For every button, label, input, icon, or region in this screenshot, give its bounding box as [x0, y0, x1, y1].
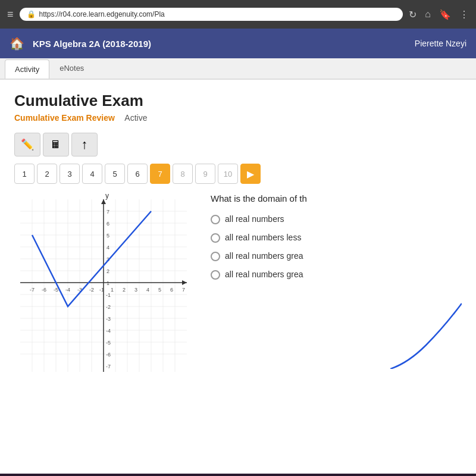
- svg-text:2: 2: [107, 268, 109, 274]
- reload-icon[interactable]: ↻: [409, 9, 416, 20]
- next-question-button[interactable]: ▶: [240, 164, 261, 184]
- svg-text:7: 7: [107, 209, 109, 215]
- svg-text:-1: -1: [99, 287, 104, 293]
- question-btn-1[interactable]: 1: [14, 164, 35, 184]
- toolbar: ✏️ 🖩 ↑: [14, 133, 462, 156]
- svg-text:1: 1: [107, 280, 109, 286]
- svg-text:-1: -1: [106, 292, 111, 298]
- question-btn-9: 9: [195, 164, 215, 184]
- bookmark-icon[interactable]: 🔖: [439, 9, 451, 20]
- answer-option-1[interactable]: all real numbers: [211, 214, 462, 224]
- answer-option-3[interactable]: all real numbers grea: [211, 251, 462, 261]
- question-btn-10: 10: [218, 164, 238, 184]
- question-btn-3[interactable]: 3: [60, 164, 80, 184]
- svg-text:y: y: [105, 193, 109, 200]
- tabs-bar: Activity eNotes: [0, 58, 476, 80]
- answer-label-3: all real numbers grea: [225, 251, 303, 261]
- question-text: What is the domain of th: [211, 193, 462, 203]
- svg-text:5: 5: [107, 233, 109, 239]
- svg-text:-3: -3: [106, 316, 111, 322]
- svg-text:-6: -6: [106, 352, 111, 358]
- svg-text:2: 2: [123, 287, 126, 293]
- svg-text:6: 6: [107, 221, 109, 227]
- answer-option-4[interactable]: all real numbers grea: [211, 270, 462, 280]
- question-side: What is the domain of th all real number…: [205, 193, 462, 380]
- question-btn-5[interactable]: 5: [105, 164, 125, 184]
- home-icon[interactable]: ⌂: [425, 9, 431, 20]
- svg-text:-7: -7: [30, 287, 35, 293]
- answer-label-4: all real numbers grea: [225, 270, 303, 279]
- svg-text:4: 4: [146, 287, 149, 293]
- question-btn-2[interactable]: 2: [37, 164, 57, 184]
- question-btn-8: 8: [173, 164, 193, 184]
- content-area: x y -7 -6 -5 -4 -3 -2 -1 1 2 3 4 5 6 7 7…: [14, 193, 462, 380]
- question-btn-4[interactable]: 4: [82, 164, 102, 184]
- calculator-tool-button[interactable]: 🖩: [43, 133, 69, 156]
- question-btn-6[interactable]: 6: [127, 164, 148, 184]
- svg-text:-4: -4: [65, 287, 70, 293]
- svg-text:6: 6: [170, 287, 173, 293]
- graph-container: x y -7 -6 -5 -4 -3 -2 -1 1 2 3 4 5 6 7 7…: [14, 193, 193, 380]
- browser-actions: ↻ ⌂ 🔖 ⋮: [409, 9, 469, 20]
- exam-title: Cumulative Exam: [14, 92, 462, 110]
- lock-icon: 🔒: [27, 10, 36, 18]
- svg-text:4: 4: [107, 245, 109, 250]
- user-name: Pierette Nzeyi: [415, 39, 466, 48]
- svg-text:-2: -2: [89, 287, 94, 293]
- radio-4[interactable]: [211, 270, 220, 280]
- radio-3[interactable]: [211, 252, 220, 261]
- browser-chrome: ≡ 🔒 https://r04.core.learn.edgenuity.com…: [0, 0, 476, 29]
- radio-1[interactable]: [211, 215, 220, 224]
- tab-activity[interactable]: Activity: [5, 60, 49, 79]
- svg-marker-29: [101, 199, 106, 204]
- tab-enotes[interactable]: eNotes: [49, 58, 94, 79]
- upload-tool-button[interactable]: ↑: [71, 133, 98, 156]
- course-title: KPS Algebra 2A (2018-2019): [33, 39, 415, 49]
- answer-label-2: all real numbers less: [225, 233, 301, 242]
- svg-text:7: 7: [182, 287, 185, 293]
- svg-text:-5: -5: [106, 340, 111, 346]
- hamburger-icon[interactable]: ≡: [7, 8, 14, 21]
- exam-subtitle: Cumulative Exam Review: [14, 113, 115, 123]
- main-content: Cumulative Exam Cumulative Exam Review A…: [0, 80, 476, 474]
- svg-text:-2: -2: [106, 304, 111, 310]
- question-btn-7[interactable]: 7: [150, 164, 170, 184]
- more-icon[interactable]: ⋮: [459, 9, 469, 20]
- coordinate-graph: x y -7 -6 -5 -4 -3 -2 -1 1 2 3 4 5 6 7 7…: [14, 193, 187, 378]
- second-graph-container: [211, 298, 462, 369]
- question-navigator: 1 2 3 4 5 6 7 8 9 10 ▶: [14, 164, 462, 184]
- svg-text:-5: -5: [54, 287, 58, 293]
- svg-marker-28: [182, 280, 187, 285]
- second-graph: [390, 298, 462, 369]
- svg-text:-6: -6: [42, 287, 46, 293]
- app-home-icon[interactable]: 🏠: [10, 36, 24, 51]
- svg-text:1: 1: [111, 287, 114, 293]
- answer-label-1: all real numbers: [225, 214, 284, 224]
- pencil-tool-button[interactable]: ✏️: [14, 133, 40, 156]
- radio-2[interactable]: [211, 233, 220, 243]
- url-text: https://r04.core.learn.edgenuity.com/Pla: [39, 10, 396, 18]
- svg-text:3: 3: [134, 287, 137, 293]
- answer-option-2[interactable]: all real numbers less: [211, 233, 462, 243]
- svg-text:-4: -4: [106, 328, 111, 334]
- app-header: 🏠 KPS Algebra 2A (2018-2019) Pierette Nz…: [0, 29, 476, 58]
- svg-text:-7: -7: [106, 364, 111, 369]
- exam-status: Active: [124, 113, 147, 123]
- address-bar[interactable]: 🔒 https://r04.core.learn.edgenuity.com/P…: [20, 8, 403, 21]
- svg-text:5: 5: [158, 287, 161, 293]
